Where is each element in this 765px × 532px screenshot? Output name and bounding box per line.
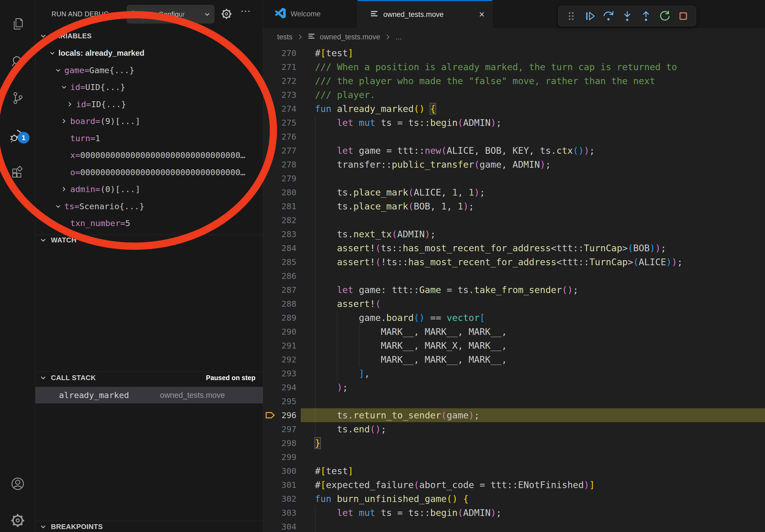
code-line-274[interactable]: 274fun already_marked() { (263, 102, 765, 116)
activity-bar-item-settings-gear-icon[interactable] (0, 509, 35, 532)
activity-bar-item-search-icon[interactable] (0, 50, 35, 74)
code-text: ts.end(); (297, 424, 386, 434)
code-line-287[interactable]: 287 let game: ttt::Game = ts.take_from_s… (263, 283, 765, 297)
code-line-283[interactable]: 283 ts.next_tx(ADMIN); (263, 227, 765, 241)
chevron-down-icon (39, 374, 47, 382)
activity-bar-item-run-and-debug-icon[interactable]: 1 (0, 123, 35, 148)
variable-row-ts[interactable]: ts = Scenario{...} (35, 198, 282, 215)
line-number: 294 (277, 383, 297, 392)
section-variables[interactable]: VARIABLES (35, 29, 263, 43)
code-line-302[interactable]: 302fun burn_unfinished_game() { (263, 492, 765, 506)
code-line-273[interactable]: 273/// player. (263, 88, 765, 102)
code-line-292[interactable]: 292 MARK__, MARK__, MARK__, (263, 353, 765, 367)
twisty-chevron-down-icon[interactable] (60, 83, 70, 91)
line-number: 296 (277, 410, 297, 420)
code-line-301[interactable]: 301#[expected_failure(abort_code = ttt::… (263, 478, 765, 492)
code-line-293[interactable]: 293 ], (263, 367, 765, 381)
variable-row-scope[interactable]: locals: already_marked (35, 45, 276, 62)
variable-row-o[interactable]: o = 00000000000000000000000000000000… (35, 164, 288, 181)
activity-bar-item-extensions-icon[interactable] (0, 161, 35, 186)
breadcrumb-item[interactable]: ... (395, 33, 402, 41)
code-line-288[interactable]: 288 assert!( (263, 297, 765, 311)
section-breakpoints[interactable]: BREAKPOINTS (35, 520, 263, 532)
line-number: 282 (277, 215, 297, 225)
twisty-chevron-down-icon[interactable] (54, 67, 64, 74)
variable-row-id[interactable]: id = ID{...} (35, 96, 294, 113)
code-line-303[interactable]: 303 let mut ts = ts::begin(ADMIN); (263, 506, 765, 520)
code-text: ts.place_mark(ALICE, 1, 1); (297, 187, 485, 198)
code-line-296[interactable]: 296 ts.return_to_sender(game); (263, 408, 765, 422)
tab-owned-tests-move[interactable]: owned_tests.move × (358, 0, 492, 28)
variable-row-turn[interactable]: turn = 1 (35, 130, 288, 147)
step-out-icon[interactable] (638, 8, 654, 24)
activity-bar-item-files-icon[interactable] (0, 12, 35, 37)
code-line-270[interactable]: 270#[test] (263, 46, 765, 60)
section-call-stack[interactable]: CALL STACK Paused on step (35, 371, 263, 385)
code-line-300[interactable]: 300#[test] (263, 464, 765, 478)
step-into-icon[interactable] (619, 8, 635, 24)
restart-icon[interactable] (657, 8, 672, 24)
close-icon[interactable]: × (479, 10, 485, 19)
tab-label: owned_tests.move (383, 10, 443, 19)
breadcrumb-item[interactable]: tests (277, 33, 293, 41)
code-line-298[interactable]: 298} (263, 436, 765, 450)
code-line-294[interactable]: 294 ); (263, 381, 765, 394)
code-line-295[interactable]: 295 (263, 394, 765, 408)
code-text: } (297, 438, 320, 448)
code-line-271[interactable]: 271/// When a position is already marked… (263, 60, 765, 74)
twisty-chevron-down-icon[interactable] (54, 202, 64, 210)
code-line-279[interactable]: 279 (263, 171, 765, 185)
variable-row-game[interactable]: game = Game{...} (35, 62, 282, 79)
code-line-291[interactable]: 291 MARK__, MARK_X, MARK__, (263, 339, 765, 353)
section-watch[interactable]: WATCH (35, 233, 263, 247)
activity-bar-item-source-control-icon[interactable] (0, 86, 35, 111)
code-line-272[interactable]: 272/// the player who made the "false" m… (263, 74, 765, 88)
call-stack-frame-row[interactable]: already_marked owned_tests.move (35, 387, 263, 403)
code-line-280[interactable]: 280 ts.place_mark(ALICE, 1, 1); (263, 185, 765, 199)
code-line-304[interactable]: 304 (263, 520, 765, 532)
variable-row-id[interactable]: id = UID{...} (35, 79, 288, 96)
line-number: 285 (277, 257, 297, 267)
twisty-chevron-right-icon[interactable] (60, 117, 70, 125)
twisty-chevron-down-icon[interactable] (49, 49, 58, 57)
tab-welcome[interactable]: Welcome (264, 0, 358, 28)
line-number: 284 (277, 243, 297, 253)
stop-icon[interactable] (675, 8, 691, 24)
code-line-277[interactable]: 277 let game = ttt::new(ALICE, BOB, KEY,… (263, 143, 765, 157)
continue-icon[interactable] (582, 8, 598, 24)
debug-settings-gear-icon[interactable] (221, 8, 232, 21)
step-over-icon[interactable] (601, 8, 616, 24)
variable-row-x[interactable]: x = 00000000000000000000000000000000… (35, 146, 288, 164)
code-text: MARK__, MARK__, MARK__, (297, 354, 507, 365)
variable-name: id (76, 100, 86, 109)
breadcrumb-item[interactable]: owned_tests.move (320, 33, 380, 41)
more-actions-icon[interactable]: … (240, 2, 252, 14)
line-number: 274 (277, 104, 297, 114)
activity-bar-item-account-icon[interactable] (0, 472, 35, 497)
variable-row-txn_number[interactable]: txn_number = 5 (35, 215, 288, 232)
twisty-chevron-right-icon[interactable] (66, 101, 76, 108)
variable-row-board[interactable]: board = (9)[...] (35, 113, 288, 130)
sidebar-title: RUN AND DEBUG (51, 0, 109, 28)
code-area[interactable]: 270#[test]271/// When a position is alre… (263, 46, 765, 532)
line-number: 295 (277, 397, 297, 406)
code-line-285[interactable]: 285 assert!(!ts::has_most_recent_for_add… (263, 255, 765, 269)
code-line-284[interactable]: 284 assert!(ts::has_most_recent_for_addr… (263, 241, 765, 255)
code-line-276[interactable]: 276 (263, 130, 765, 143)
code-line-275[interactable]: 275 let mut ts = ts::begin(ADMIN); (263, 116, 765, 130)
code-line-289[interactable]: 289 game.board() == vector[ (263, 311, 765, 325)
code-line-297[interactable]: 297 ts.end(); (263, 422, 765, 436)
gripper-icon[interactable] (563, 8, 579, 24)
code-line-281[interactable]: 281 ts.place_mark(BOB, 1, 1); (263, 199, 765, 213)
launch-configuration-dropdown[interactable]: No Configur (127, 5, 215, 24)
line-number: 270 (277, 48, 297, 58)
variable-row-admin[interactable]: admin = (0)[...] (35, 180, 288, 198)
variable-name: ts (64, 201, 74, 211)
code-line-299[interactable]: 299 (263, 450, 765, 464)
code-line-282[interactable]: 282 (263, 213, 765, 227)
code-line-290[interactable]: 290 MARK__, MARK__, MARK__, (263, 325, 765, 339)
twisty-chevron-right-icon[interactable] (60, 185, 70, 193)
code-line-286[interactable]: 286 (263, 269, 765, 283)
code-line-278[interactable]: 278 transfer::public_transfer(game, ADMI… (263, 157, 765, 171)
debug-start-icon[interactable] (127, 5, 143, 24)
